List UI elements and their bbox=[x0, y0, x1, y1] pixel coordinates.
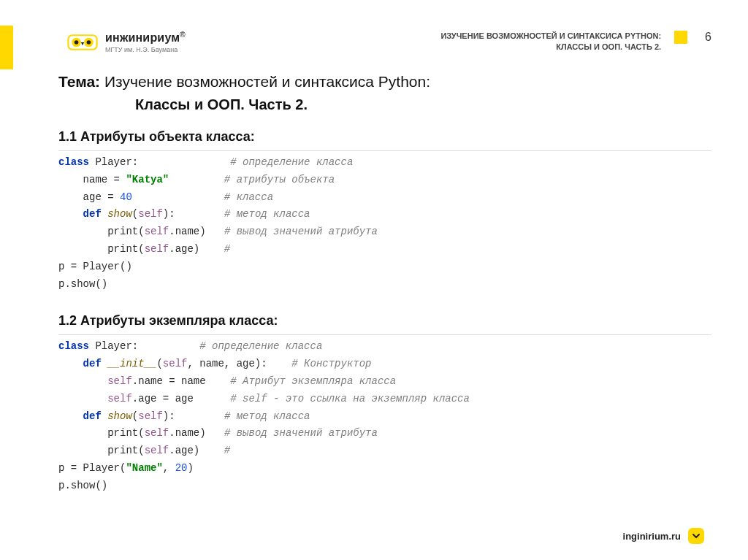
footer-badge bbox=[688, 528, 704, 544]
code-text: p = Player() bbox=[58, 261, 132, 272]
page-number: 6 bbox=[705, 31, 711, 44]
code-comment: # Конструктор bbox=[291, 358, 371, 369]
code-text bbox=[58, 393, 107, 404]
code-self: self bbox=[145, 427, 169, 439]
owl-logo-icon bbox=[67, 31, 98, 53]
code-text: p.show() bbox=[58, 480, 107, 491]
code-text: , name, age): bbox=[187, 358, 267, 369]
brand-registered-icon: ® bbox=[180, 31, 185, 39]
header-subtitle-line1: ИЗУЧЕНИЕ ВОЗМОЖНОСТЕЙ И СИНТАКСИСА PYTHO… bbox=[440, 31, 661, 42]
code-text: ): bbox=[163, 208, 175, 220]
code-self: self bbox=[107, 393, 132, 404]
section1-title: 1.1 Атрибуты объекта класса: bbox=[58, 129, 711, 145]
brand-name: инжинириум bbox=[105, 31, 180, 44]
topic-label: Тема: bbox=[58, 73, 100, 90]
footer-url: inginirium.ru bbox=[623, 531, 681, 542]
code-text: .name) bbox=[169, 226, 205, 237]
code-text: p.show() bbox=[58, 278, 107, 290]
code-comment: # Атрибут экземпляра класса bbox=[230, 375, 396, 387]
code-text: .age) bbox=[169, 445, 199, 456]
code-comment: # вывод значений атрибута bbox=[224, 427, 378, 439]
code-text: .age = age bbox=[132, 393, 194, 404]
code-comment: # атрибуты объекта bbox=[224, 174, 335, 185]
code-keyword: def bbox=[58, 410, 102, 422]
code-text: age = bbox=[58, 191, 120, 203]
code-block-2: class Player: # определение класса def _… bbox=[58, 334, 711, 494]
code-comment: # класса bbox=[224, 191, 273, 203]
yellow-arrow-accent bbox=[0, 69, 58, 120]
code-number: 40 bbox=[120, 191, 132, 203]
code-text: ( bbox=[156, 358, 162, 369]
code-self: self bbox=[145, 226, 169, 237]
yellow-square-accent bbox=[674, 31, 687, 44]
code-text: ) bbox=[187, 462, 193, 474]
section2-title: 1.2 Атрибуты экземпляра класса: bbox=[58, 313, 711, 329]
brand-logo-block: инжинириум® МГТУ им. Н.Э. Баумана bbox=[67, 31, 186, 53]
code-self: self bbox=[145, 243, 169, 255]
code-keyword: class bbox=[58, 340, 89, 352]
code-text: .name = name bbox=[132, 375, 206, 387]
code-keyword: class bbox=[58, 156, 89, 168]
page-header: инжинириум® МГТУ им. Н.Э. Баумана ИЗУЧЕН… bbox=[67, 31, 711, 53]
code-function: show bbox=[102, 410, 132, 422]
code-self: self bbox=[107, 375, 132, 387]
code-text: p = Player( bbox=[58, 462, 126, 474]
code-text: .age) bbox=[169, 243, 199, 255]
code-text: print( bbox=[58, 427, 145, 439]
code-comment: # bbox=[224, 445, 230, 456]
topic-text: Изучение возможностей и синтаксиса Pytho… bbox=[100, 73, 430, 90]
svg-point-5 bbox=[75, 40, 79, 45]
code-comment: # bbox=[224, 243, 230, 255]
code-text: Player: bbox=[89, 340, 138, 352]
topic-line1: Тема: Изучение возможностей и синтаксиса… bbox=[58, 73, 711, 91]
code-self: self bbox=[145, 445, 169, 456]
svg-marker-1 bbox=[0, 69, 58, 120]
code-comment: # вывод значений атрибута bbox=[224, 226, 378, 237]
code-comment: # self - это ссылка на экземпляр класса bbox=[230, 393, 470, 404]
code-text bbox=[58, 375, 107, 387]
code-keyword: def bbox=[58, 358, 102, 369]
code-text: ( bbox=[132, 410, 138, 422]
code-string: "Name" bbox=[126, 462, 162, 474]
code-self: self bbox=[163, 358, 188, 369]
code-comment: # метод класса bbox=[224, 208, 310, 220]
code-block-1: class Player: # определение класса name … bbox=[58, 150, 711, 293]
code-self: self bbox=[138, 208, 163, 220]
code-text: print( bbox=[58, 226, 145, 237]
code-keyword: def bbox=[58, 208, 102, 220]
code-text: ( bbox=[132, 208, 138, 220]
code-function: show bbox=[102, 208, 132, 220]
code-text: ): bbox=[163, 410, 175, 422]
brand-subtitle: МГТУ им. Н.Э. Баумана bbox=[105, 46, 186, 53]
code-text: print( bbox=[58, 445, 145, 456]
code-function: __init__ bbox=[102, 358, 157, 369]
code-text: .name) bbox=[169, 427, 205, 439]
code-text: name = bbox=[58, 174, 126, 185]
code-comment: # метод класса bbox=[224, 410, 310, 422]
main-content: Тема: Изучение возможностей и синтаксиса… bbox=[58, 73, 711, 495]
code-comment: # определение класса bbox=[199, 340, 322, 352]
code-string: "Katya" bbox=[126, 174, 169, 185]
header-subtitle-line2: КЛАССЫ И ООП. ЧАСТЬ 2. bbox=[440, 42, 661, 53]
code-text: , bbox=[163, 462, 175, 474]
svg-marker-7 bbox=[81, 42, 84, 45]
topic-line2: Классы и ООП. Часть 2. bbox=[135, 96, 711, 113]
code-number: 20 bbox=[175, 462, 188, 474]
header-subtitle: ИЗУЧЕНИЕ ВОЗМОЖНОСТЕЙ И СИНТАКСИСА PYTHO… bbox=[440, 31, 661, 53]
footer: inginirium.ru bbox=[623, 528, 704, 544]
code-comment: # определение класса bbox=[230, 156, 353, 168]
code-text: Player: bbox=[89, 156, 138, 168]
code-self: self bbox=[138, 410, 163, 422]
code-text: print( bbox=[58, 243, 145, 255]
svg-point-6 bbox=[87, 40, 91, 45]
chevron-down-icon bbox=[692, 532, 701, 540]
